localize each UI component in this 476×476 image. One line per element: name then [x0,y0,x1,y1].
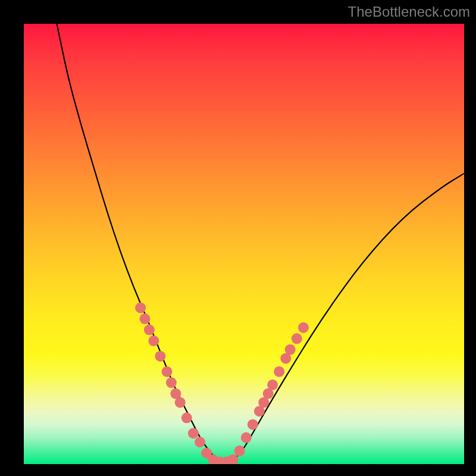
curve-marker [292,333,302,344]
curve-marker [188,428,199,439]
curve-marker [181,412,192,423]
chart-frame: TheBottleneck.com [0,0,476,476]
curve-markers [135,302,309,464]
watermark-text: TheBottleneck.com [348,4,470,20]
curve-marker [166,377,177,388]
curve-marker [241,433,252,443]
curve-marker [135,302,146,313]
chart-svg [24,24,464,464]
curve-marker [234,446,245,456]
curve-marker [274,367,284,377]
plot-area [24,24,464,464]
curve-marker [248,419,258,430]
curve-marker [175,397,186,408]
curve-marker [162,367,173,377]
curve-marker [195,437,205,447]
curve-marker [298,322,309,333]
curve-marker [140,314,151,324]
curve-marker [267,380,278,390]
curve-marker [148,336,159,346]
bottleneck-curve [57,24,465,463]
curve-marker [285,345,296,355]
curve-marker [155,351,165,362]
curve-marker [144,324,155,335]
